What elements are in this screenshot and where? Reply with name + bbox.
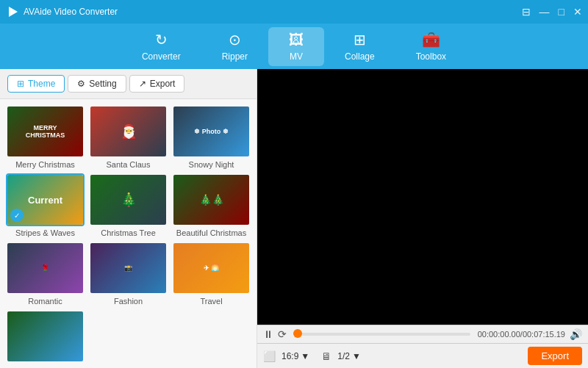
theme-grid: MERRYCHRISTMAS Merry Christmas 🎅 Santa C… xyxy=(0,99,257,368)
theme-item-snowy-night[interactable]: ❄ Photo ❄ Snowy Night xyxy=(172,105,251,169)
video-options: ⬜ 16:9 ▼ 🖥 1/2 ▼ Export xyxy=(257,343,588,368)
quality-dropdown-icon: ▼ xyxy=(352,351,361,361)
titlebar: AVAide Video Converter ⊟ — □ ✕ xyxy=(0,0,588,24)
theme-thumb-santa-claus: 🎅 xyxy=(90,107,166,156)
setting-gear-icon: ⚙ xyxy=(77,79,85,89)
theme-item-fashion[interactable]: 📸 Fashion xyxy=(89,242,168,306)
theme-item-extra[interactable] xyxy=(6,310,85,365)
theme-thumb-christmas-tree: 🎄 xyxy=(90,175,166,225)
sub-tabs: ⊞ Theme ⚙ Setting ↗ Export xyxy=(0,69,257,99)
sub-tab-export[interactable]: ↗ Export xyxy=(129,75,185,93)
tab-toolbox[interactable]: 🧰 Toolbox xyxy=(395,26,467,66)
minimize-icon[interactable]: — xyxy=(539,6,550,18)
theme-item-santa-claus[interactable]: 🎅 Santa Claus xyxy=(89,105,168,169)
aspect-ratio-select[interactable]: 16:9 ▼ xyxy=(282,351,309,361)
theme-item-beautiful-christmas[interactable]: 🎄🎄 Beautiful Christmas xyxy=(172,173,251,237)
export-arrow-icon: ↗ xyxy=(139,79,146,89)
tab-collage[interactable]: ⊞ Collage xyxy=(324,26,395,66)
theme-thumb-fashion: 📸 xyxy=(90,243,166,293)
sub-tab-setting[interactable]: ⚙ Setting xyxy=(68,75,126,93)
mv-icon: 🖼 xyxy=(289,32,304,48)
sub-tab-theme[interactable]: ⊞ Theme xyxy=(7,75,65,93)
progress-bar[interactable] xyxy=(294,333,470,336)
aspect-dropdown-icon: ▼ xyxy=(301,351,309,361)
maximize-icon[interactable]: □ xyxy=(559,6,564,18)
selected-checkmark: ✓ xyxy=(10,209,24,222)
theme-grid-icon: ⊞ xyxy=(17,79,24,89)
tab-collage-label: Collage xyxy=(345,51,375,62)
time-display: 00:00:00.00/00:07:15.19 xyxy=(478,330,565,339)
left-panel: ⊞ Theme ⚙ Setting ↗ Export MERRYCHRISTMA… xyxy=(0,69,257,368)
menu-icon[interactable]: ⊟ xyxy=(522,6,531,18)
progress-dot xyxy=(293,329,302,338)
volume-icon[interactable]: 🔊 xyxy=(570,328,582,340)
tab-ripper[interactable]: ⊙ Ripper xyxy=(201,26,268,66)
theme-item-romantic[interactable]: 🌹 Romantic xyxy=(6,242,85,306)
tab-mv-label: MV xyxy=(290,51,303,62)
video-controls: ⏸ ⟳ 00:00:00.00/00:07:15.19 🔊 xyxy=(257,325,588,343)
app-title: AVAide Video Converter xyxy=(24,7,522,17)
rewind-button[interactable]: ⟳ xyxy=(278,328,287,340)
quality-select[interactable]: 1/2 ▼ xyxy=(337,351,361,361)
converter-icon: ↻ xyxy=(155,31,168,48)
export-button[interactable]: Export xyxy=(528,347,582,365)
theme-thumb-romantic: 🌹 xyxy=(7,243,83,293)
theme-thumb-extra xyxy=(7,311,83,361)
app-logo xyxy=(6,5,19,18)
theme-thumb-merry-christmas: MERRYCHRISTMAS xyxy=(7,107,83,156)
right-panel: ⏸ ⟳ 00:00:00.00/00:07:15.19 🔊 ⬜ 16:9 ▼ 🖥… xyxy=(257,69,588,368)
collage-icon: ⊞ xyxy=(354,31,366,48)
video-preview xyxy=(257,69,588,325)
theme-item-merry-christmas[interactable]: MERRYCHRISTMAS Merry Christmas xyxy=(6,105,85,169)
play-pause-button[interactable]: ⏸ xyxy=(263,328,273,340)
tab-converter-label: Converter xyxy=(142,51,181,62)
theme-item-christmas-tree[interactable]: 🎄 Christmas Tree xyxy=(89,173,168,237)
aspect-ratio-icon: ⬜ xyxy=(263,350,276,362)
close-icon[interactable]: ✕ xyxy=(573,6,582,18)
theme-thumb-beautiful-christmas: 🎄🎄 xyxy=(173,175,249,225)
theme-thumb-travel: ✈ 🌅 xyxy=(173,243,249,293)
main-content: ⊞ Theme ⚙ Setting ↗ Export MERRYCHRISTMA… xyxy=(0,69,588,368)
theme-thumb-snowy-night: ❄ Photo ❄ xyxy=(173,107,249,156)
tab-ripper-label: Ripper xyxy=(222,51,248,62)
window-controls: ⊟ — □ ✕ xyxy=(522,6,582,18)
theme-item-stripes-waves[interactable]: Current ✓ Stripes & Waves xyxy=(6,173,85,237)
theme-item-travel[interactable]: ✈ 🌅 Travel xyxy=(172,242,251,306)
tab-mv[interactable]: 🖼 MV xyxy=(268,27,324,66)
ripper-icon: ⊙ xyxy=(229,31,241,48)
tab-toolbox-label: Toolbox xyxy=(416,51,446,62)
tab-converter[interactable]: ↻ Converter xyxy=(121,26,201,66)
nav-tabs: ↻ Converter ⊙ Ripper 🖼 MV ⊞ Collage 🧰 To… xyxy=(0,24,588,69)
svg-marker-0 xyxy=(9,7,18,17)
monitor-icon: 🖥 xyxy=(321,350,331,362)
toolbox-icon: 🧰 xyxy=(422,31,440,48)
